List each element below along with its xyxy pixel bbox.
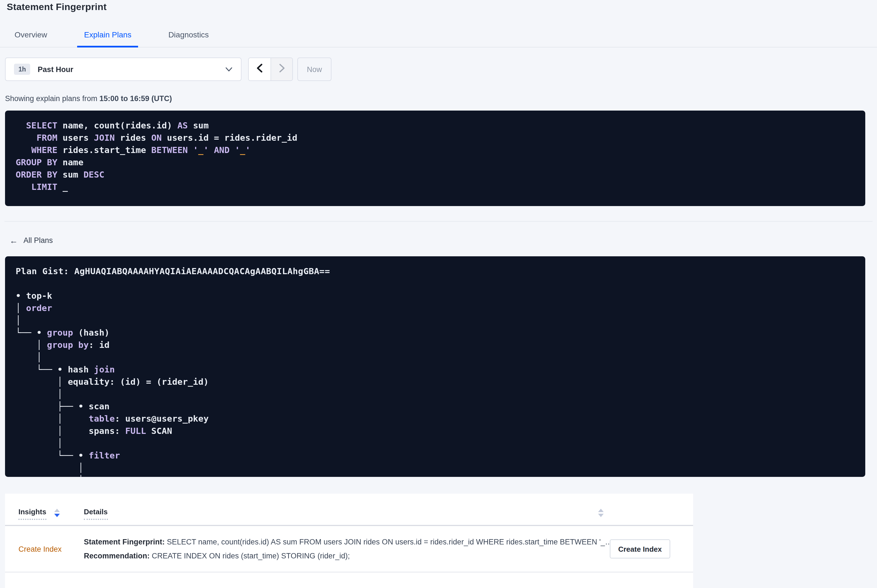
sql-statement-block: SELECT name, count(rides.id) AS sum FROM…: [5, 111, 865, 206]
insight-type-link[interactable]: Create Index: [18, 545, 84, 553]
sort-down-arrow: [598, 514, 604, 517]
table-row: Create Index Statement Fingerprint: SELE…: [5, 526, 693, 572]
now-button[interactable]: Now: [297, 57, 331, 81]
time-controls: 1h Past Hour Now: [5, 57, 877, 81]
tab-diagnostics[interactable]: Diagnostics: [161, 25, 215, 48]
tab-explain-plans[interactable]: Explain Plans: [77, 25, 138, 48]
arrow-left-icon: ←: [9, 236, 18, 245]
sort-down-arrow: [54, 514, 60, 517]
insights-table: Insights Details Create Index Statement …: [5, 494, 693, 588]
chevron-down-icon: [225, 67, 233, 72]
next-range-button[interactable]: [271, 58, 292, 80]
statement-fingerprint-line: Statement Fingerprint: SELECT name, coun…: [84, 535, 610, 549]
page-title: Statement Fingerprint: [0, 0, 877, 13]
time-range-value: 15:00 to 16:59 (UTC): [99, 94, 172, 103]
all-plans-label: All Plans: [24, 236, 53, 244]
column-header-insights[interactable]: Insights: [18, 508, 47, 520]
recommendation-line: Recommendation: CREATE INDEX ON rides (s…: [84, 549, 610, 563]
column-header-details[interactable]: Details: [84, 508, 108, 520]
interval-badge: 1h: [14, 64, 30, 75]
create-index-button[interactable]: Create Index: [610, 539, 670, 558]
section-divider: [5, 221, 872, 222]
insight-details-cell: Statement Fingerprint: SELECT name, coun…: [84, 535, 610, 563]
time-range-label: Past Hour: [38, 65, 74, 74]
sort-icon-insights[interactable]: [54, 508, 60, 517]
all-plans-back-link[interactable]: ← All Plans: [9, 236, 53, 245]
time-range-nav: [248, 57, 293, 81]
insights-table-header: Insights Details: [5, 494, 693, 526]
showing-range-text: Showing explain plans from 15:00 to 16:5…: [5, 94, 877, 103]
sort-up-arrow: [598, 509, 604, 512]
chevron-left-icon: [257, 64, 263, 75]
tab-overview[interactable]: Overview: [8, 25, 54, 48]
time-range-select[interactable]: 1h Past Hour: [5, 57, 241, 81]
previous-range-button[interactable]: [249, 58, 271, 80]
chevron-right-icon: [279, 64, 285, 75]
statement-fingerprint-page: Statement Fingerprint Overview Explain P…: [0, 0, 877, 588]
tab-bar: Overview Explain Plans Diagnostics: [0, 25, 877, 48]
sort-icon-details[interactable]: [598, 508, 604, 520]
plan-gist-block: Plan Gist: AgHUAQIABQAAAAHYAQIAiAEAAAADC…: [5, 256, 865, 477]
sort-up-arrow: [54, 509, 60, 512]
